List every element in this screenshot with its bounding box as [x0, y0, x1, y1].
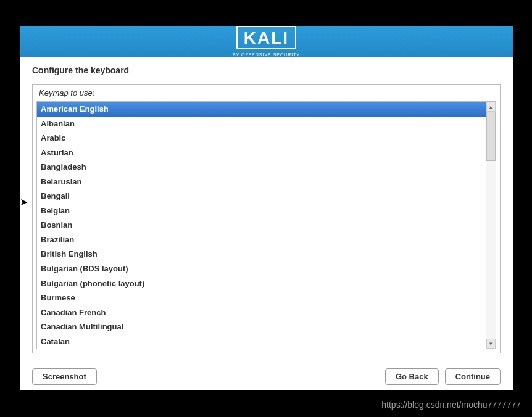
list-item[interactable]: British English — [37, 247, 486, 262]
list-item[interactable]: Belarusian — [37, 175, 486, 189]
list-item[interactable]: American English — [37, 102, 486, 117]
screenshot-button[interactable]: Screenshot — [32, 368, 97, 385]
header-banner: KALI BY OFFENSIVE SECURITY — [20, 26, 513, 57]
button-bar: Screenshot Go Back Continue — [20, 360, 513, 394]
list-item[interactable]: Asturian — [37, 146, 486, 160]
keymap-list[interactable]: American EnglishAlbanianArabicAsturianBa… — [37, 102, 486, 349]
list-item[interactable]: Albanian — [37, 117, 486, 131]
chevron-down-icon: ▾ — [489, 341, 493, 347]
logo-subtitle: BY OFFENSIVE SECURITY — [233, 52, 300, 57]
keymap-list-label: Keymap to use: — [36, 88, 496, 101]
watermark: https://blog.csdn.net/mochu7777777 — [381, 400, 521, 410]
scroll-down-button[interactable]: ▾ — [486, 339, 496, 349]
list-item[interactable]: Bangladesh — [37, 160, 486, 175]
list-item[interactable]: Burmese — [37, 291, 486, 305]
scroll-track[interactable] — [486, 112, 496, 339]
kali-logo: KALI — [236, 26, 296, 49]
list-item[interactable]: Canadian Multilingual — [37, 320, 486, 334]
content-area: Configure the keyboard Keymap to use: Am… — [20, 57, 513, 360]
list-item[interactable]: Bulgarian (phonetic layout) — [37, 276, 486, 291]
nav-button-group: Go Back Continue — [385, 368, 501, 385]
scrollbar[interactable]: ▴ ▾ — [486, 102, 496, 349]
list-item[interactable]: Brazilian — [37, 233, 486, 247]
continue-button[interactable]: Continue — [445, 368, 501, 385]
installer-window: KALI BY OFFENSIVE SECURITY Configure the… — [20, 26, 513, 390]
list-item[interactable]: Bulgarian (BDS layout) — [37, 262, 486, 276]
list-item[interactable]: Bosnian — [37, 218, 486, 233]
list-item[interactable]: Canadian French — [37, 305, 486, 320]
list-item[interactable]: Belgian — [37, 204, 486, 218]
scroll-thumb[interactable] — [486, 112, 496, 161]
page-title: Configure the keyboard — [32, 65, 501, 75]
keymap-list-wrapper: American EnglishAlbanianArabicAsturianBa… — [36, 101, 496, 349]
scroll-up-button[interactable]: ▴ — [486, 102, 496, 112]
list-item[interactable]: Bengali — [37, 189, 486, 204]
go-back-button[interactable]: Go Back — [385, 368, 439, 385]
keymap-list-container: Keymap to use: American EnglishAlbanianA… — [32, 84, 501, 353]
list-item[interactable]: Catalan — [37, 334, 486, 349]
list-item[interactable]: Arabic — [37, 131, 486, 146]
logo-text: KALI — [244, 30, 289, 47]
chevron-up-icon: ▴ — [489, 104, 493, 110]
